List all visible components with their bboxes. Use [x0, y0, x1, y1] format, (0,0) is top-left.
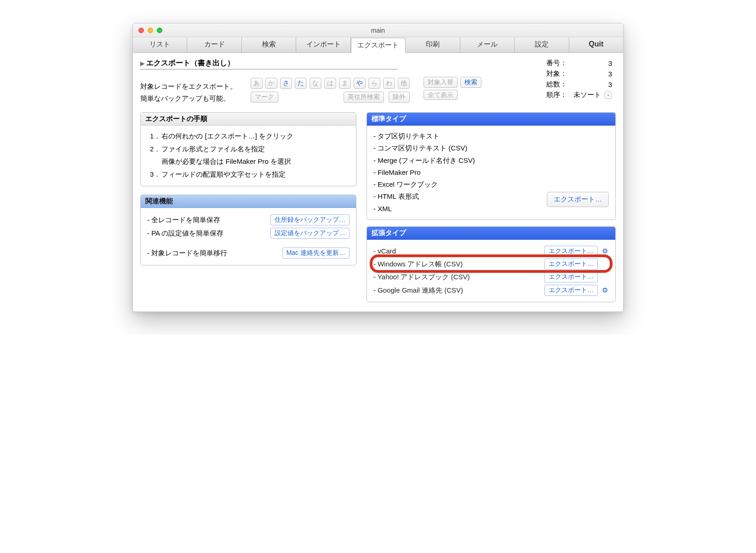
export-ext-button-1[interactable]: エクスポート…: [544, 259, 598, 270]
app-window: main リストカード検索インポートエクスポート印刷メール設定Quit ▶ エク…: [132, 23, 624, 312]
kana-な: な: [309, 78, 321, 89]
standard-type-title: 標準タイプ: [367, 113, 615, 126]
extended-type-panel: 拡張タイプ - vCardエクスポート…⚙- Windows アドレス帳 (CS…: [367, 226, 616, 302]
kana-か: か: [265, 78, 277, 89]
window-title: main: [133, 27, 623, 34]
exclude-button: 除外: [389, 92, 410, 103]
export-standard-button[interactable]: エクスポート…: [547, 192, 609, 207]
zoom-icon[interactable]: [157, 28, 162, 33]
standard-type-item: - コンマ区切りテキスト (CSV): [373, 142, 609, 154]
tab-quit[interactable]: Quit: [569, 37, 623, 52]
triangle-icon: ▶: [140, 60, 144, 67]
stat-number: 3: [571, 58, 615, 68]
tab-検索[interactable]: 検索: [242, 37, 296, 52]
kana-は: は: [324, 78, 336, 89]
clear-sort-icon[interactable]: ×: [605, 92, 612, 99]
section-title: ▶ エクスポート（書き出し）: [140, 58, 398, 69]
kana-さ[interactable]: さ: [280, 78, 292, 89]
kana-や[interactable]: や: [354, 78, 366, 89]
stat-total: 3: [571, 80, 615, 89]
close-icon[interactable]: [138, 28, 144, 33]
tab-bar: リストカード検索インポートエクスポート印刷メール設定Quit: [133, 37, 623, 53]
swap-target-button: 対象入替: [424, 77, 458, 88]
kana-他: 他: [398, 78, 410, 89]
gear-icon[interactable]: ⚙: [602, 247, 608, 255]
tab-メール[interactable]: メール: [460, 37, 515, 52]
titlebar: main: [133, 23, 623, 37]
ext-row: - vCardエクスポート…⚙: [373, 245, 609, 257]
extended-type-title: 拡張タイプ: [367, 227, 615, 240]
content: ▶ エクスポート（書き出し） 対象レコードをエクスポート。 簡単なバックアップも…: [133, 53, 623, 311]
backup-settings-button[interactable]: 設定値をバックアップ…: [270, 228, 349, 239]
export-ext-button-2[interactable]: エクスポート…: [544, 271, 598, 282]
mark-button: マーク: [251, 92, 278, 103]
minimize-icon[interactable]: [148, 28, 153, 33]
traffic-lights: [133, 28, 162, 33]
section-title-text: エクスポート（書き出し）: [146, 58, 235, 68]
tab-インポート[interactable]: インポート: [296, 37, 350, 52]
update-mac-contacts-button[interactable]: Mac 連絡先を更新…: [282, 248, 349, 259]
en-address-search-button: 英住所検索: [344, 92, 384, 103]
standard-type-panel: 標準タイプ - タブ区切りテキスト- コンマ区切りテキスト (CSV)- Mer…: [367, 112, 616, 220]
tab-設定[interactable]: 設定: [515, 37, 569, 52]
show-all-button: 全て表示: [424, 90, 458, 100]
stat-target: 3: [571, 69, 615, 79]
standard-type-item: - FileMaker Pro: [373, 167, 609, 179]
gear-icon[interactable]: ⚙: [602, 286, 608, 294]
tab-印刷[interactable]: 印刷: [406, 37, 460, 52]
export-ext-button-3[interactable]: エクスポート…: [544, 285, 598, 296]
stat-order: 未ソート: [573, 91, 601, 98]
standard-type-item: - Merge (フィールド名付き CSV): [373, 155, 609, 167]
kana-ら: ら: [368, 78, 380, 89]
standard-type-item: - Excel ワークブック: [373, 179, 609, 190]
kana-た[interactable]: た: [295, 78, 307, 89]
ext-row: - Yahoo! アドレスブック (CSV)エクスポート…: [373, 271, 609, 283]
standard-type-item: - タブ区切りテキスト: [373, 130, 609, 142]
tab-エクスポート[interactable]: エクスポート: [351, 38, 406, 53]
tab-カード[interactable]: カード: [187, 37, 241, 52]
steps-title: エクスポートの手順: [141, 113, 356, 126]
ext-row: - Windows アドレス帳 (CSV)エクスポート…: [373, 258, 609, 270]
record-stats: 番号：3 対象：3 総数：3 順序： 未ソート ×: [543, 58, 616, 104]
kana-ま: ま: [339, 78, 351, 89]
kana-index-row: あかさたなはまやらわ他: [251, 78, 410, 89]
steps-panel: エクスポートの手順 右の何れかの [エクスポート…] をクリック ファイル形式と…: [140, 112, 356, 186]
description: 対象レコードをエクスポート。 簡単なバックアップも可能。: [140, 81, 237, 104]
kana-あ: あ: [251, 78, 263, 89]
related-title: 関連機能: [141, 195, 356, 208]
search-button[interactable]: 検索: [460, 77, 481, 88]
export-ext-button-0[interactable]: エクスポート…: [544, 246, 598, 257]
ext-row: - Google Gmail 連絡先 (CSV)エクスポート…⚙: [373, 284, 609, 296]
related-panel: 関連機能 - 全レコードを簡単保存 住所録をバックアップ… - PA の設定値を…: [140, 195, 356, 265]
tab-リスト[interactable]: リスト: [133, 37, 187, 52]
kana-わ: わ: [383, 78, 395, 89]
backup-addressbook-button[interactable]: 住所録をバックアップ…: [270, 214, 349, 225]
